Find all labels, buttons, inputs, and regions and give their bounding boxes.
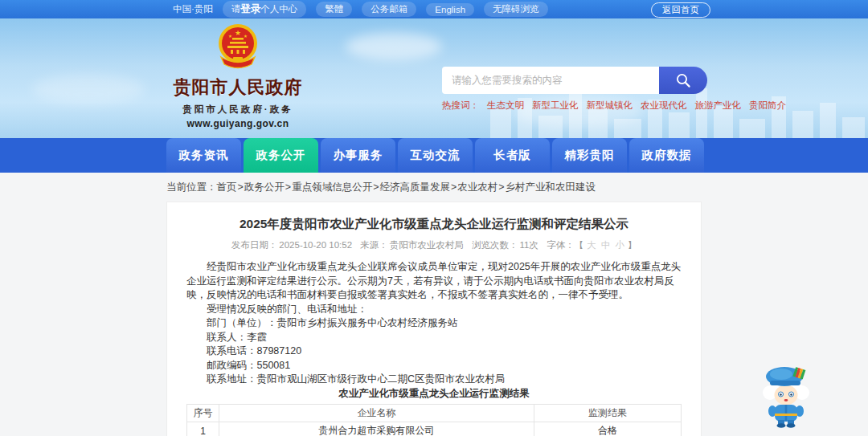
svg-text:★: ★ bbox=[228, 34, 232, 39]
search-icon bbox=[675, 72, 691, 88]
top-utility-bar: 中国·贵阳 请登录个人中心 繁體 公务邮箱 English 无障碍浏览 返回首页 bbox=[0, 0, 868, 18]
paragraph-announcement: 经贵阳市农业产业化市级重点龙头企业联席会议成员单位审定，现对2025年开展的农业… bbox=[186, 260, 682, 303]
cloud-decoration bbox=[32, 75, 145, 104]
content-area: 当前位置：首页政务公开重点领域信息公开经济高质量发展农业农村乡村产业和农田建设 … bbox=[0, 173, 868, 436]
portal-link[interactable]: 中国·贵阳 bbox=[173, 3, 213, 15]
official-mailbox-link[interactable]: 公务邮箱 bbox=[362, 2, 416, 17]
publish-date-label: 发布日期： bbox=[231, 240, 278, 250]
font-size-medium-button[interactable]: 中 bbox=[601, 240, 611, 250]
site-name: 贵阳市人民政府 bbox=[170, 75, 305, 100]
col-header-result: 监测结果 bbox=[534, 405, 682, 422]
contact-postcode: 邮政编码：550081 bbox=[186, 359, 682, 373]
source-value: 贵阳市农业农村局 bbox=[390, 240, 464, 250]
contact-department: 部门（单位）：贵阳市乡村振兴服务中心农村经济服务站 bbox=[186, 316, 682, 331]
main-navbar: 政务资讯 政务公开 办事服务 互动交流 长者版 精彩贵阳 政府数据 bbox=[0, 138, 868, 173]
views-label: 浏览次数： bbox=[472, 240, 518, 250]
assistant-mascot[interactable] bbox=[756, 359, 816, 431]
tab-hudong-jiaoliu[interactable]: 互动交流 bbox=[398, 138, 473, 173]
cloud-decoration bbox=[346, 33, 442, 60]
login-strong: 登录 bbox=[240, 3, 260, 14]
article-title: 2025年度贵阳市农业产业化市级重点龙头企业运行监测和评定结果公示 bbox=[186, 216, 682, 232]
font-size-label: 字体：【 bbox=[547, 240, 583, 250]
mascot-icon bbox=[756, 359, 816, 428]
hot-search-row: 热搜词： 生态文明 新型工业化 新型城镇化 农业现代化 旅游产业化 贵阳简介 bbox=[442, 100, 707, 112]
contact-address: 联系地址：贵阳市观山湖区市级行政中心二期C区贵阳市农业农村局 bbox=[186, 373, 682, 387]
site-logo[interactable]: ★ ★ ★ 贵阳市人民政府 贵阳市人民政府·政务 www.guiyang.gov… bbox=[170, 23, 305, 129]
hot-term-agriculture[interactable]: 农业现代化 bbox=[641, 100, 687, 112]
breadcrumb-agriculture[interactable]: 农业农村 bbox=[457, 181, 505, 193]
hot-search-label: 热搜词： bbox=[442, 100, 479, 112]
hot-term-ecology[interactable]: 生态文明 bbox=[487, 100, 524, 112]
article-body: 经贵阳市农业产业化市级重点龙头企业联席会议成员单位审定，现对2025年开展的农业… bbox=[186, 260, 682, 436]
table-row: 1 贵州合力超市采购有限公司 合格 bbox=[187, 422, 682, 436]
table-header-row: 序号 企业名称 监测结果 bbox=[187, 405, 682, 422]
tab-zhengfu-shuju[interactable]: 政府数据 bbox=[629, 138, 704, 173]
row-company: 贵州合力超市采购有限公司 bbox=[219, 422, 534, 436]
site-subtitle: 贵阳市人民政府·政务 bbox=[170, 104, 305, 116]
views-value: 11次 bbox=[520, 240, 538, 250]
return-home-button[interactable]: 返回首页 bbox=[651, 2, 710, 18]
breadcrumb-rural-industry[interactable]: 乡村产业和农田建设 bbox=[506, 181, 596, 193]
guiyang-gov-page: 中国·贵阳 请登录个人中心 繁體 公务邮箱 English 无障碍浏览 返回首页 bbox=[0, 0, 868, 436]
tab-zhengwu-zixun[interactable]: 政务资讯 bbox=[166, 138, 241, 173]
paragraph-contact-intro: 受理情况反映的部门、电话和地址： bbox=[186, 303, 682, 317]
breadcrumb: 当前位置：首页政务公开重点领域信息公开经济高质量发展农业农村乡村产业和农田建设 bbox=[166, 181, 868, 194]
search-bar bbox=[442, 67, 707, 94]
english-link[interactable]: English bbox=[426, 3, 474, 16]
col-header-seq: 序号 bbox=[187, 405, 219, 422]
login-link[interactable]: 请登录个人中心 bbox=[223, 1, 307, 18]
topbar-links: 中国·贵阳 请登录个人中心 繁體 公务邮箱 English 无障碍浏览 bbox=[173, 0, 548, 18]
row-result: 合格 bbox=[534, 422, 682, 436]
article-meta: 发布日期：2025-10-20 10:52 来源：贵阳市农业农村局 浏览次数：1… bbox=[186, 239, 682, 251]
tab-banshi-fuwu[interactable]: 办事服务 bbox=[321, 138, 395, 173]
breadcrumb-label: 当前位置： bbox=[166, 181, 217, 193]
svg-text:★: ★ bbox=[235, 29, 241, 37]
accessibility-link[interactable]: 无障碍浏览 bbox=[484, 2, 548, 17]
col-header-company: 企业名称 bbox=[219, 405, 534, 422]
hot-term-intro[interactable]: 贵阳简介 bbox=[749, 100, 786, 112]
contact-phone: 联系电话：87987120 bbox=[186, 344, 682, 359]
svg-text:★: ★ bbox=[244, 34, 248, 39]
tab-zhangzhe-ban[interactable]: 长者版 bbox=[475, 138, 550, 173]
search-input[interactable] bbox=[442, 67, 659, 94]
monitoring-result-table: 序号 企业名称 监测结果 1 贵州合力超市采购有限公司 合格 2 bbox=[186, 404, 682, 436]
site-url: www.guiyang.gov.cn bbox=[170, 118, 305, 129]
font-size-bracket: 】 bbox=[628, 240, 637, 250]
search-button[interactable] bbox=[659, 67, 707, 94]
hot-term-industrialization[interactable]: 新型工业化 bbox=[532, 100, 579, 112]
tab-jingcai-guiyang[interactable]: 精彩贵阳 bbox=[552, 138, 627, 173]
table-caption: 农业产业化市级重点龙头企业运行监测结果 bbox=[186, 387, 682, 401]
breadcrumb-key-info[interactable]: 重点领域信息公开 bbox=[292, 181, 379, 193]
nav-tabs: 政务资讯 政务公开 办事服务 互动交流 长者版 精彩贵阳 政府数据 bbox=[166, 138, 868, 173]
breadcrumb-gongkai[interactable]: 政务公开 bbox=[244, 181, 292, 193]
tab-zhengwu-gongkai[interactable]: 政务公开 bbox=[244, 138, 318, 173]
contact-person: 联系人：李霞 bbox=[186, 331, 682, 345]
row-seq: 1 bbox=[187, 422, 219, 436]
traditional-chinese-link[interactable]: 繁體 bbox=[316, 2, 352, 17]
search-area: 热搜词： 生态文明 新型工业化 新型城镇化 农业现代化 旅游产业化 贵阳简介 bbox=[442, 67, 707, 112]
article-panel: 2025年度贵阳市农业产业化市级重点龙头企业运行监测和评定结果公示 发布日期：2… bbox=[166, 202, 702, 436]
font-size-small-button[interactable]: 小 bbox=[615, 240, 624, 250]
hot-term-urbanization[interactable]: 新型城镇化 bbox=[587, 100, 633, 112]
national-emblem-icon: ★ ★ ★ bbox=[216, 23, 260, 70]
hot-term-tourism[interactable]: 旅游产业化 bbox=[695, 100, 742, 112]
site-banner: ★ ★ ★ 贵阳市人民政府 贵阳市人民政府·政务 www.guiyang.gov… bbox=[0, 18, 868, 138]
publish-date: 2025-10-20 10:52 bbox=[279, 240, 352, 250]
breadcrumb-economy[interactable]: 经济高质量发展 bbox=[379, 181, 457, 193]
source-label: 来源： bbox=[360, 240, 388, 250]
breadcrumb-home[interactable]: 首页 bbox=[217, 181, 244, 193]
font-size-large-button[interactable]: 大 bbox=[587, 240, 596, 250]
